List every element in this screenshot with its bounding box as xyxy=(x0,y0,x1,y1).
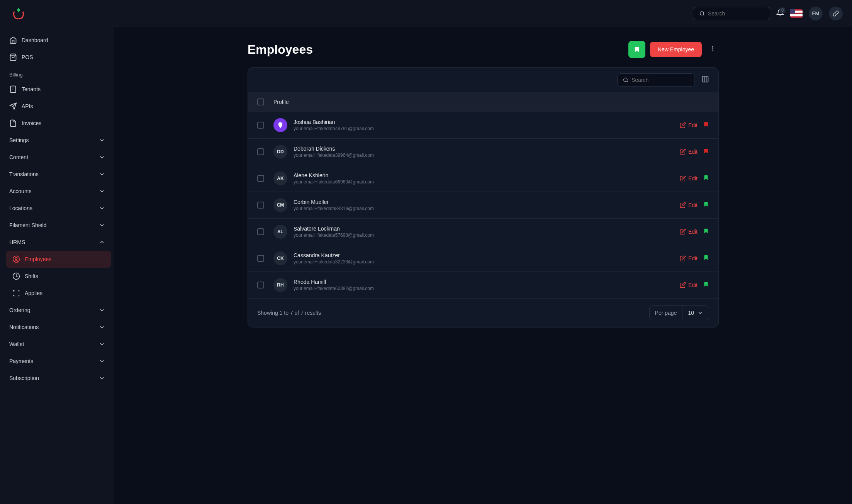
more-vertical-icon xyxy=(709,46,716,52)
bookmark-icon xyxy=(703,121,709,127)
employee-email: your.email+fakedata60382@gmail.com xyxy=(294,286,374,291)
bookmark-button[interactable] xyxy=(703,148,709,156)
sidebar-group-payments[interactable]: Payments xyxy=(3,353,111,370)
sidebar-item-tenants[interactable]: Tenants xyxy=(3,81,111,98)
edit-button[interactable]: Edit xyxy=(680,122,698,128)
sidebar-group-label: HRMS xyxy=(9,239,25,245)
file-icon xyxy=(9,119,17,127)
svg-rect-3 xyxy=(10,86,15,93)
table-search-input[interactable] xyxy=(631,77,689,83)
row-checkbox[interactable] xyxy=(257,148,264,155)
columns-toggle-button[interactable] xyxy=(699,73,711,87)
clock-icon xyxy=(12,272,20,280)
sidebar-item-label: POS xyxy=(22,54,33,60)
sidebar-group-label: Settings xyxy=(9,137,29,143)
sidebar-group-subscription[interactable]: Subscription xyxy=(3,370,111,387)
table-row[interactable]: CK Cassandra Kautzer your.email+fakedata… xyxy=(248,245,718,272)
avatar: AK xyxy=(273,171,287,185)
row-checkbox[interactable] xyxy=(257,282,264,288)
svg-point-14 xyxy=(712,48,713,49)
edit-button[interactable]: Edit xyxy=(680,175,698,182)
bookmark-icon xyxy=(703,201,709,207)
bookmark-button[interactable] xyxy=(703,121,709,129)
bookmark-button[interactable] xyxy=(703,281,709,289)
sidebar-group-translations[interactable]: Translations xyxy=(3,166,111,183)
edit-button[interactable]: Edit xyxy=(680,282,698,288)
sidebar-item-applies[interactable]: Applies xyxy=(6,285,111,302)
shopping-bag-icon xyxy=(9,53,17,61)
column-header-profile[interactable]: Profile xyxy=(273,99,289,105)
sidebar-group-label: Notifications xyxy=(9,324,39,330)
table-row[interactable]: RH Rhoda Hamill your.email+fakedata60382… xyxy=(248,272,718,298)
svg-point-0 xyxy=(700,11,704,15)
sidebar-item-dashboard[interactable]: Dashboard xyxy=(3,32,111,49)
table-row[interactable]: CM Corbin Mueller your.email+fakedata843… xyxy=(248,192,718,218)
table-row[interactable]: DD Deborah Dickens your.email+fakedata39… xyxy=(248,138,718,165)
bookmark-button[interactable] xyxy=(703,175,709,182)
sidebar-item-pos[interactable]: POS xyxy=(3,49,111,66)
select-all-checkbox[interactable] xyxy=(257,98,264,105)
sidebar-item-shifts[interactable]: Shifts xyxy=(6,268,111,285)
more-actions-button[interactable] xyxy=(706,42,719,56)
sidebar-group-settings[interactable]: Settings xyxy=(3,132,111,149)
employee-name: Joshua Bashirian xyxy=(294,119,374,125)
bookmark-button[interactable] xyxy=(703,201,709,209)
sidebar-group-notifications[interactable]: Notifications xyxy=(3,319,111,336)
edit-button[interactable]: Edit xyxy=(680,202,698,208)
row-checkbox[interactable] xyxy=(257,255,264,262)
edit-button[interactable]: Edit xyxy=(680,229,698,235)
edit-icon xyxy=(680,149,686,155)
edit-button[interactable]: Edit xyxy=(680,149,698,155)
employee-name: Alene Kshlerin xyxy=(294,172,374,178)
bookmark-icon xyxy=(703,228,709,234)
chevron-down-icon xyxy=(99,222,105,228)
chevron-down-icon xyxy=(99,205,105,211)
row-checkbox[interactable] xyxy=(257,175,264,182)
notifications-button[interactable]: 0 xyxy=(776,9,784,18)
sidebar-item-apis[interactable]: APIs xyxy=(3,98,111,115)
new-employee-button[interactable]: New Employee xyxy=(650,42,702,57)
sidebar-item-employees[interactable]: Employees xyxy=(6,251,111,268)
sidebar-group-label: Payments xyxy=(9,358,33,364)
sidebar-group-locations[interactable]: Locations xyxy=(3,200,111,217)
per-page-select[interactable]: 10 xyxy=(682,306,709,320)
locale-flag[interactable] xyxy=(790,9,803,18)
sidebar-group-accounts[interactable]: Accounts xyxy=(3,183,111,200)
sidebar-group-label: Content xyxy=(9,154,28,160)
send-icon xyxy=(9,102,17,110)
user-avatar[interactable]: FM xyxy=(809,7,823,20)
employees-table-card: Profile Joshua Bashirian your.email+fake… xyxy=(248,67,719,328)
bookmark-button[interactable] xyxy=(703,228,709,236)
edit-button[interactable]: Edit xyxy=(680,255,698,261)
row-checkbox[interactable] xyxy=(257,122,264,129)
sidebar-group-hrms[interactable]: HRMS xyxy=(3,234,111,251)
sidebar-group-content[interactable]: Content xyxy=(3,149,111,166)
link-button[interactable] xyxy=(829,7,843,20)
chevron-down-icon xyxy=(99,375,105,381)
sidebar-group-wallet[interactable]: Wallet xyxy=(3,336,111,353)
row-checkbox[interactable] xyxy=(257,228,264,235)
bookmark-button[interactable] xyxy=(703,255,709,262)
global-search-input[interactable] xyxy=(708,10,764,17)
edit-icon xyxy=(680,229,686,235)
sidebar-group-label: Wallet xyxy=(9,341,24,347)
sidebar-group-label: Translations xyxy=(9,171,39,177)
sidebar-item-label: Invoices xyxy=(22,120,41,126)
employee-name: Salvatore Lockman xyxy=(294,226,374,232)
sidebar-group-ordering[interactable]: Ordering xyxy=(3,302,111,319)
bookmark-action-button[interactable] xyxy=(628,41,645,58)
sidebar-group-label: Filament Shield xyxy=(9,222,47,228)
edit-icon xyxy=(680,282,686,288)
svg-line-1 xyxy=(703,14,704,15)
table-row[interactable]: SL Salvatore Lockman your.email+fakedata… xyxy=(248,218,718,245)
table-row[interactable]: Joshua Bashirian your.email+fakedata4979… xyxy=(248,112,718,138)
global-search[interactable] xyxy=(693,7,770,20)
table-search[interactable] xyxy=(617,73,694,87)
row-checkbox[interactable] xyxy=(257,202,264,209)
app-logo[interactable] xyxy=(9,4,28,23)
sidebar-group-filament-shield[interactable]: Filament Shield xyxy=(3,217,111,234)
table-row[interactable]: AK Alene Kshlerin your.email+fakedata669… xyxy=(248,165,718,192)
link-icon xyxy=(833,10,839,17)
per-page-value: 10 xyxy=(688,310,694,316)
sidebar-item-invoices[interactable]: Invoices xyxy=(3,115,111,132)
